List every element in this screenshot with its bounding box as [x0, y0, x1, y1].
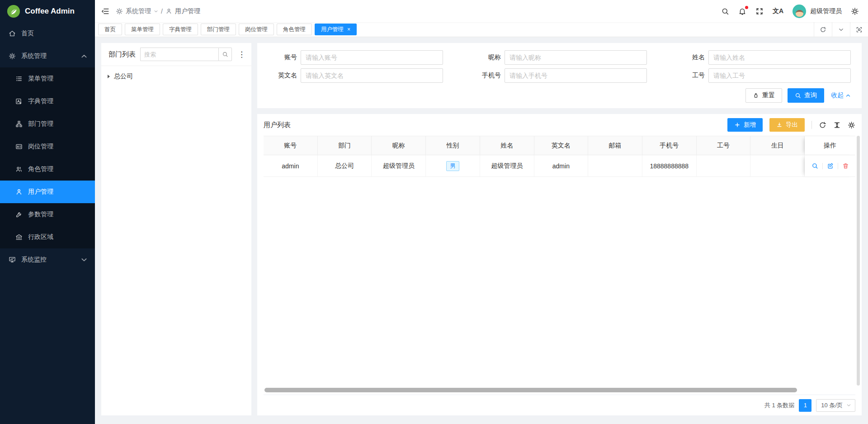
- bell-icon[interactable]: [738, 7, 746, 15]
- tree-item-head-office[interactable]: 总公司: [108, 71, 245, 82]
- sidebar-item-label: 参数管理: [28, 210, 53, 219]
- field-label: 手机号: [472, 71, 501, 80]
- user-icon: [15, 188, 23, 195]
- settings-gear-icon[interactable]: [851, 7, 859, 15]
- account-input[interactable]: [301, 50, 443, 65]
- tab-role-management[interactable]: 角色管理: [277, 24, 312, 35]
- user-list-title: 用户列表: [264, 121, 291, 129]
- chevron-down-icon: [154, 9, 158, 14]
- sidebar-item-dict-management[interactable]: 字典管理: [0, 90, 95, 113]
- toolbar-divider: [811, 121, 812, 129]
- sidebar-item-menu-management[interactable]: 菜单管理: [0, 67, 95, 90]
- job-number-input[interactable]: [708, 68, 851, 83]
- close-icon[interactable]: ×: [347, 27, 350, 32]
- list-icon: [15, 75, 23, 82]
- org-chart-icon: [15, 120, 23, 128]
- monitor-icon: [9, 256, 16, 263]
- refresh-icon[interactable]: [819, 121, 826, 129]
- menu-fold-icon[interactable]: [101, 7, 109, 15]
- query-button[interactable]: 查询: [788, 88, 824, 103]
- cell-birthday: [750, 155, 805, 177]
- cell-name: 超级管理员: [480, 155, 534, 177]
- column-header-phone: 手机号: [642, 136, 697, 155]
- tab-dict-management[interactable]: 字典管理: [163, 24, 198, 35]
- delete-button[interactable]: [842, 162, 849, 169]
- main-column: 账号 昵称 姓名 英文名: [257, 43, 862, 415]
- nickname-input[interactable]: [505, 50, 647, 65]
- refresh-icon[interactable]: [814, 22, 832, 37]
- tab-menu-management[interactable]: 菜单管理: [125, 24, 160, 35]
- export-button[interactable]: 导出: [769, 118, 805, 132]
- sidebar-item-system-management[interactable]: 系统管理: [0, 45, 95, 67]
- tab-dept-management[interactable]: 部门管理: [201, 24, 236, 35]
- sidebar-item-label: 系统监控: [21, 256, 47, 264]
- field-label: 英文名: [268, 71, 297, 80]
- sidebar-item-dept-management[interactable]: 部门管理: [0, 113, 95, 135]
- tab-home[interactable]: 首页: [98, 24, 122, 35]
- column-header-name: 姓名: [480, 136, 534, 155]
- translate-icon[interactable]: 文A: [773, 7, 783, 15]
- tab-controls: [814, 22, 868, 37]
- tab-label: 菜单管理: [131, 26, 154, 33]
- column-settings-gear-icon[interactable]: [848, 121, 855, 129]
- add-user-button[interactable]: 新增: [727, 118, 763, 132]
- edit-button[interactable]: [827, 162, 834, 169]
- field-label: 姓名: [676, 53, 705, 62]
- row-density-icon[interactable]: [833, 121, 841, 129]
- page-button-1[interactable]: 1: [799, 399, 811, 412]
- more-options-icon[interactable]: ⋮: [236, 51, 247, 58]
- search-icon: [795, 92, 801, 99]
- column-header-account: 账号: [264, 136, 318, 155]
- cell-department: 总公司: [318, 155, 372, 177]
- sidebar-item-admin-region[interactable]: 行政区域: [0, 226, 95, 248]
- sidebar-item-post-management[interactable]: 岗位管理: [0, 135, 95, 158]
- view-button[interactable]: [811, 162, 818, 169]
- page-size-value: 10 条/页: [821, 401, 843, 410]
- content-fullscreen-icon[interactable]: [850, 22, 868, 37]
- gear-icon: [116, 8, 123, 15]
- phone-input[interactable]: [505, 68, 647, 83]
- reset-button[interactable]: 重置: [745, 88, 782, 103]
- filter-actions: 重置 查询 收起: [268, 88, 851, 103]
- chevron-down-icon: [846, 403, 851, 408]
- cell-phone: 18888888888: [642, 155, 697, 177]
- table-row[interactable]: admin 总公司 超级管理员 男 超级管理员 admin 1888888888…: [264, 155, 855, 177]
- sidebar-item-user-management[interactable]: 用户管理: [0, 181, 95, 203]
- cell-account: admin: [264, 155, 318, 177]
- cell-job-number: [697, 155, 751, 177]
- field-label: 账号: [268, 53, 297, 62]
- cell-email: [588, 155, 642, 177]
- collapse-link[interactable]: 收起: [831, 91, 851, 100]
- chevron-down-icon[interactable]: [832, 22, 850, 37]
- user-list-panel: 用户列表 新增 导出: [257, 114, 862, 415]
- english-name-input[interactable]: [301, 68, 443, 83]
- main-area: 系统管理 / 用户管理 文A 超级管理员 首页: [95, 0, 868, 424]
- fullscreen-icon[interactable]: [755, 7, 764, 15]
- sidebar-item-system-monitor[interactable]: 系统监控: [0, 248, 95, 271]
- sidebar-item-role-management[interactable]: 角色管理: [0, 158, 95, 181]
- cell-gender: 男: [426, 155, 480, 177]
- column-header-department: 部门: [318, 136, 372, 155]
- sidebar-item-label: 首页: [21, 29, 34, 38]
- horizontal-scrollbar[interactable]: [264, 388, 797, 392]
- search-icon[interactable]: [218, 48, 232, 61]
- field-label: 工号: [676, 71, 705, 80]
- department-search-input[interactable]: [140, 48, 218, 61]
- app-title: Coffee Admin: [25, 7, 75, 16]
- vertical-scrollbar[interactable]: [857, 136, 860, 386]
- tab-user-management[interactable]: 用户管理 ×: [315, 24, 357, 35]
- department-search: [140, 48, 232, 61]
- tab-post-management[interactable]: 岗位管理: [239, 24, 274, 35]
- notification-badge: [745, 6, 748, 9]
- user-menu[interactable]: 超级管理员: [793, 5, 842, 18]
- page-size-select[interactable]: 10 条/页: [816, 399, 855, 412]
- sidebar-item-label: 行政区域: [28, 233, 53, 241]
- breadcrumb-system-management[interactable]: 系统管理: [126, 7, 151, 15]
- name-input[interactable]: [708, 50, 851, 65]
- search-icon[interactable]: [721, 7, 729, 15]
- sidebar-item-param-management[interactable]: 参数管理: [0, 203, 95, 226]
- table-empty-area: [264, 177, 855, 387]
- avatar-face: [796, 10, 803, 17]
- caret-right-icon[interactable]: [108, 75, 110, 78]
- sidebar-item-home[interactable]: 首页: [0, 22, 95, 45]
